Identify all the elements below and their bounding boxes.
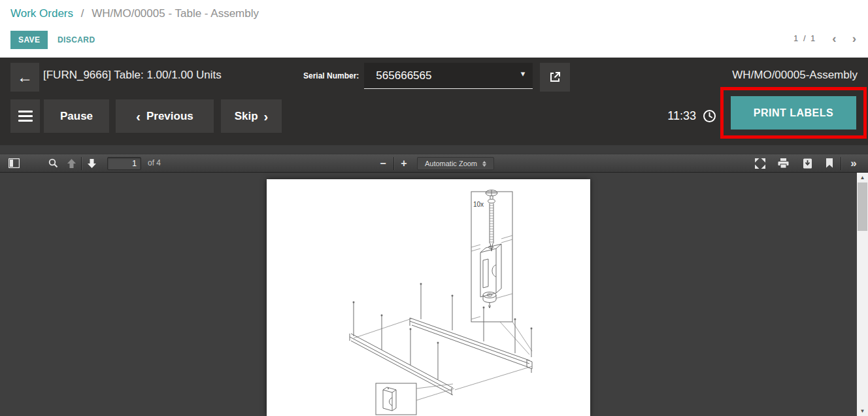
page-count-label: of 4 <box>148 158 161 167</box>
bookmark-icon <box>826 158 833 168</box>
select-arrows-icon <box>482 161 486 167</box>
scrollbar-thumb[interactable] <box>858 182 867 231</box>
breadcrumb-work-orders-link[interactable]: Work Orders <box>10 7 73 20</box>
search-icon <box>48 158 58 168</box>
print-icon <box>778 158 789 169</box>
clock-icon <box>703 109 716 123</box>
previous-label: Previous <box>146 110 193 123</box>
workorder-header: ← [FURN_9666] Table: 1.00/1.00 Units Ser… <box>0 58 868 145</box>
breadcrumb-current: WH/MO/00005 - Table - Assembly <box>92 7 259 20</box>
pause-button[interactable]: Pause <box>44 99 109 133</box>
serial-number-label: Serial Number: <box>303 71 359 80</box>
scrollbar-down-icon[interactable]: ▼ <box>857 406 868 416</box>
bookmark-button[interactable] <box>821 155 838 172</box>
download-button[interactable] <box>799 155 816 172</box>
page-down-button[interactable] <box>83 155 100 172</box>
assembly-diagram: 10x <box>267 179 590 416</box>
find-button[interactable] <box>44 155 61 172</box>
pager-next-icon[interactable]: › <box>852 34 856 43</box>
app-window: Work Orders / WH/MO/00005 - Table - Asse… <box>0 0 868 416</box>
toolbar-separator <box>393 157 394 170</box>
arrow-up-icon <box>67 158 76 169</box>
previous-button[interactable]: ‹ Previous <box>116 99 214 133</box>
pdf-scrollbar[interactable]: ▲ ▼ <box>857 173 868 416</box>
open-serial-button[interactable] <box>540 63 570 92</box>
back-button[interactable]: ← <box>10 63 39 92</box>
menu-button[interactable] <box>10 99 40 133</box>
workorder-reference: WH/MO/00005-Assembly <box>732 69 858 82</box>
more-tools-button[interactable]: » <box>844 155 863 172</box>
timer-value: 11:33 <box>667 109 696 123</box>
serial-number-input[interactable] <box>364 63 533 89</box>
zoom-in-button[interactable]: + <box>396 155 412 172</box>
chevron-right-icon: › <box>264 111 269 122</box>
serial-number-group: Serial Number: ▾ <box>303 63 533 89</box>
hamburger-icon <box>18 111 33 113</box>
sidebar-toggle-icon <box>8 158 20 168</box>
print-labels-button[interactable]: PRINT LABELS <box>731 96 856 130</box>
page-up-button[interactable] <box>63 155 80 172</box>
pager-count: 1 / 1 <box>793 33 816 43</box>
back-arrow-icon: ← <box>17 68 33 86</box>
skip-label: Skip <box>235 110 258 123</box>
sidebar-toggle-button[interactable] <box>4 155 24 172</box>
arrow-down-icon <box>87 158 97 169</box>
screw-quantity-label: 10x <box>473 201 484 208</box>
external-link-icon <box>549 71 561 83</box>
zoom-select[interactable]: Automatic Zoom <box>417 157 494 170</box>
pause-label: Pause <box>60 110 93 123</box>
toolbar-separator <box>841 157 841 170</box>
zoom-out-button[interactable]: − <box>375 155 391 172</box>
timer: 11:33 <box>667 99 716 133</box>
pdf-toolbar: of 4 − + Automatic Zoom <box>0 154 868 173</box>
pdf-page-1: 10x <box>267 179 590 416</box>
serial-number-field: ▾ <box>364 63 533 89</box>
breadcrumb-separator: / <box>81 7 84 20</box>
save-button[interactable]: SAVE <box>10 31 48 49</box>
highlight-rectangle: PRINT LABELS <box>720 87 867 139</box>
viewer-gap <box>0 145 868 154</box>
skip-button[interactable]: Skip › <box>221 99 282 133</box>
scrollbar-up-icon[interactable]: ▲ <box>857 173 868 182</box>
chevron-left-icon: ‹ <box>136 111 141 122</box>
breadcrumb: Work Orders / WH/MO/00005 - Table - Asse… <box>10 7 259 20</box>
pager-previous-icon[interactable]: ‹ <box>832 34 836 43</box>
toolbar-separator <box>81 157 82 170</box>
download-icon <box>803 158 812 169</box>
record-pager: 1 / 1 ‹ › <box>793 33 856 43</box>
pdf-viewer-area: 10x <box>0 173 868 416</box>
presentation-mode-button[interactable] <box>752 155 769 172</box>
discard-button[interactable]: DISCARD <box>58 35 95 44</box>
print-button[interactable] <box>775 155 792 172</box>
fullscreen-icon <box>755 158 765 169</box>
page-number-input[interactable] <box>107 157 141 170</box>
zoom-select-value: Automatic Zoom <box>425 160 477 167</box>
workorder-title: [FURN_9666] Table: 1.00/1.00 Units <box>43 69 222 82</box>
